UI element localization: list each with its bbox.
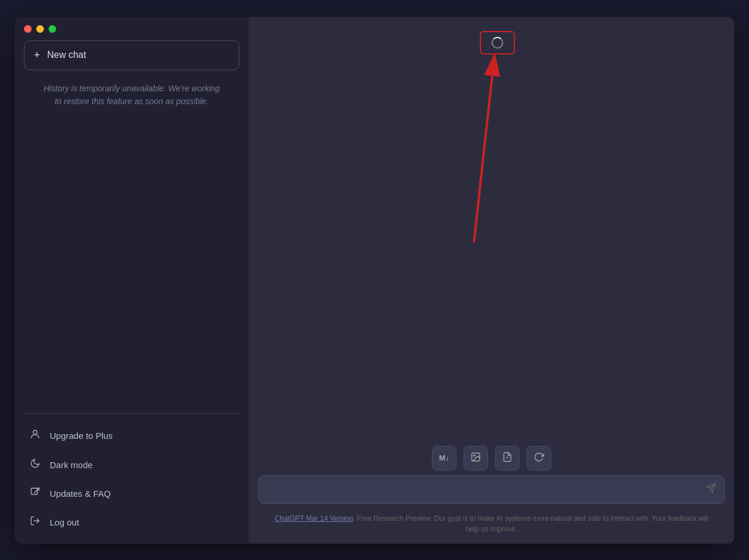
traffic-lights: [24, 25, 56, 33]
chat-area: [249, 17, 734, 439]
input-area: [249, 475, 734, 509]
main-content: M↓: [249, 17, 734, 544]
chat-input[interactable]: [267, 485, 706, 494]
sidebar-item-logout[interactable]: Log out: [19, 508, 244, 537]
footer-link[interactable]: ChatGPT Mar 14 Version: [275, 514, 353, 523]
app-window: + New chat History is temporarily unavai…: [15, 17, 734, 544]
spinner-icon: [492, 37, 503, 49]
logout-icon: [29, 516, 42, 529]
sidebar-item-updates[interactable]: Updates & FAQ: [19, 479, 244, 508]
markdown-icon: M↓: [439, 454, 449, 462]
minimize-button[interactable]: [36, 25, 44, 33]
pdf-button[interactable]: [495, 446, 520, 470]
new-chat-button[interactable]: + New chat: [24, 40, 239, 70]
plus-icon: +: [34, 49, 40, 61]
image-icon: [470, 452, 481, 465]
bottom-toolbar: M↓: [249, 439, 734, 475]
darkmode-label: Dark mode: [50, 460, 92, 470]
logout-label: Log out: [50, 517, 79, 527]
refresh-button[interactable]: [527, 446, 551, 470]
chat-input-wrapper: [258, 475, 725, 504]
pdf-icon: [502, 452, 513, 465]
external-link-icon: [29, 487, 42, 500]
loading-indicator: [480, 31, 515, 54]
sidebar-bottom: Upgrade to Plus Dark mode: [15, 414, 249, 544]
upgrade-label: Upgrade to Plus: [50, 431, 113, 441]
moon-icon: [29, 458, 42, 472]
markdown-button[interactable]: M↓: [432, 446, 456, 470]
image-button[interactable]: [463, 446, 488, 470]
sidebar: + New chat History is temporarily unavai…: [15, 17, 249, 544]
history-notice: History is temporarily unavailable. We'r…: [24, 70, 239, 120]
send-icon[interactable]: [706, 483, 716, 496]
new-chat-label: New chat: [47, 50, 87, 60]
loading-indicator-wrapper: [480, 31, 515, 54]
svg-point-0: [33, 430, 37, 434]
updates-label: Updates & FAQ: [50, 489, 111, 499]
footer-description: . Free Research Preview. Our goal is to …: [353, 514, 708, 533]
person-icon: [29, 428, 42, 443]
sidebar-spacer: [15, 129, 249, 413]
refresh-icon: [534, 452, 544, 465]
sidebar-item-darkmode[interactable]: Dark mode: [19, 451, 244, 479]
close-button[interactable]: [24, 25, 32, 33]
sidebar-item-upgrade[interactable]: Upgrade to Plus: [19, 421, 244, 451]
svg-point-6: [473, 455, 475, 456]
sidebar-top: + New chat History is temporarily unavai…: [15, 17, 249, 129]
maximize-button[interactable]: [49, 25, 56, 33]
footer-text: ChatGPT Mar 14 Version. Free Research Pr…: [249, 509, 734, 544]
